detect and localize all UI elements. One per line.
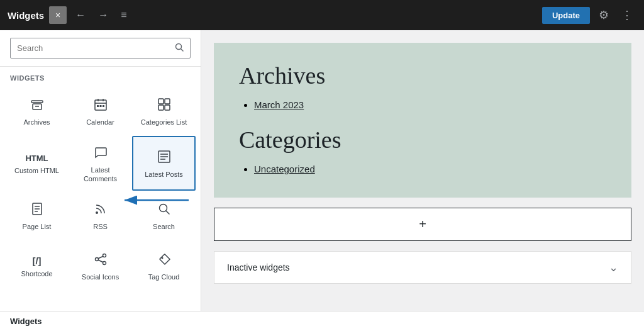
social-icons-icon	[94, 252, 108, 269]
chevron-down-icon: ⌄	[609, 261, 618, 274]
latest-posts-label: Latest Posts	[145, 170, 183, 179]
categories-link[interactable]: Uncategorized	[254, 164, 315, 174]
categories-list-label: Categories List	[141, 118, 187, 126]
page-list-label: Page List	[23, 222, 52, 231]
search-icon	[175, 43, 184, 52]
undo-button[interactable]: ←	[72, 7, 89, 23]
categories-heading: Categories	[239, 126, 606, 154]
bottombar: Widgets	[0, 311, 644, 331]
content-area: Archives March 2023 Categories Uncategor…	[201, 30, 644, 311]
archives-list: March 2023	[239, 99, 606, 111]
widget-item-page-list[interactable]: Page List	[5, 191, 69, 241]
calendar-icon	[94, 98, 108, 114]
topbar: Widgets × ← → ≡ Update ⚙ ⋮	[0, 0, 644, 30]
archives-label: Archives	[23, 118, 50, 126]
svg-rect-2	[31, 101, 43, 103]
svg-line-1	[181, 49, 184, 52]
widgets-section-label: WIDGETS	[0, 67, 201, 86]
svg-point-32	[161, 257, 163, 259]
rss-icon	[94, 202, 108, 218]
widget-item-tag-cloud[interactable]: Tag Cloud	[132, 241, 196, 291]
bottombar-label: Widgets	[10, 317, 42, 326]
svg-rect-14	[158, 105, 164, 110]
svg-point-28	[95, 258, 98, 261]
search-icon-button[interactable]	[169, 39, 190, 57]
svg-line-31	[98, 261, 103, 263]
svg-rect-13	[165, 99, 170, 104]
archives-link[interactable]: March 2023	[254, 99, 304, 110]
update-button[interactable]: Update	[542, 7, 590, 24]
widget-item-shortcode[interactable]: [/] Shortcode	[5, 241, 69, 291]
custom-html-icon: HTML	[25, 154, 48, 162]
inactive-widgets-label: Inactive widgets	[227, 262, 290, 272]
search-box	[10, 38, 191, 59]
svg-point-24	[96, 211, 98, 214]
social-icons-label: Social Icons	[82, 272, 119, 281]
tag-cloud-label: Tag Cloud	[148, 272, 180, 281]
calendar-label: Calendar	[86, 118, 114, 126]
svg-rect-11	[103, 105, 104, 107]
search-input[interactable]	[11, 38, 169, 58]
widget-item-custom-html[interactable]: HTML Custom HTML	[5, 136, 69, 191]
search-widget-icon	[157, 202, 171, 218]
svg-line-30	[98, 257, 103, 259]
widget-item-rss[interactable]: RSS	[69, 191, 132, 241]
latest-posts-icon	[157, 150, 171, 166]
latest-comments-label: Latest Comments	[74, 166, 126, 184]
shortcode-label: Shortcode	[21, 269, 52, 278]
svg-rect-9	[97, 105, 99, 107]
custom-html-label: Custom HTML	[14, 166, 59, 175]
search-widget-label: Search	[153, 222, 175, 231]
list-view-button[interactable]: ≡	[117, 7, 130, 23]
settings-button[interactable]: ⚙	[595, 6, 613, 25]
page-list-icon	[30, 202, 44, 218]
inactive-widgets-bar[interactable]: Inactive widgets ⌄	[214, 251, 631, 284]
widget-item-archives[interactable]: Archives	[5, 86, 69, 136]
widget-item-categories-list[interactable]: Categories List	[132, 86, 196, 136]
topbar-left: Widgets × ← → ≡	[8, 6, 131, 24]
svg-line-26	[166, 211, 169, 214]
categories-list-icon	[157, 98, 171, 114]
redo-button[interactable]: →	[94, 7, 112, 23]
sidebar: WIDGETS Archives	[0, 30, 201, 311]
svg-rect-12	[158, 99, 164, 104]
latest-comments-icon	[94, 145, 108, 162]
list-item: March 2023	[254, 99, 606, 111]
widget-item-social-icons[interactable]: Social Icons	[69, 241, 132, 291]
svg-rect-10	[99, 105, 101, 107]
add-block-button[interactable]: +	[214, 208, 631, 241]
search-area	[0, 30, 201, 67]
tag-cloud-icon	[157, 252, 171, 269]
main-layout: WIDGETS Archives	[0, 30, 644, 311]
shortcode-icon: [/]	[32, 256, 41, 266]
widget-grid-wrapper: Archives	[0, 86, 201, 291]
rss-label: RSS	[93, 222, 108, 231]
list-item: Uncategorized	[254, 164, 606, 175]
widget-item-calendar[interactable]: Calendar	[69, 86, 132, 136]
archives-icon	[30, 98, 44, 114]
widget-item-search[interactable]: Search	[132, 191, 196, 241]
more-options-button[interactable]: ⋮	[618, 6, 636, 25]
widget-item-latest-comments[interactable]: Latest Comments	[69, 136, 132, 191]
svg-rect-15	[165, 105, 170, 110]
categories-list: Uncategorized	[239, 164, 606, 175]
archives-heading: Archives	[239, 62, 606, 89]
widget-preview-block: Archives March 2023 Categories Uncategor…	[214, 43, 631, 198]
close-button[interactable]: ×	[49, 6, 67, 24]
topbar-right: Update ⚙ ⋮	[542, 6, 636, 25]
widget-grid: Archives	[0, 86, 201, 291]
widget-item-latest-posts[interactable]: Latest Posts	[132, 136, 196, 191]
page-title: Widgets	[8, 10, 44, 21]
